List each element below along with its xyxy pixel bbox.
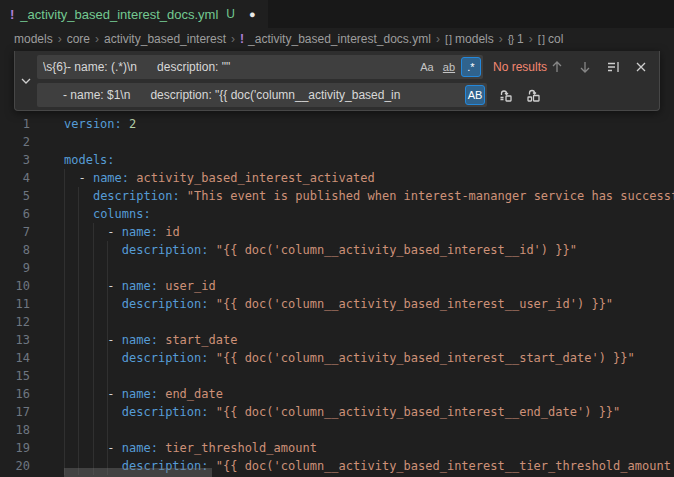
line-number[interactable]: 8	[0, 241, 30, 259]
horizontal-scrollbar-thumb[interactable]	[64, 468, 212, 477]
line-number[interactable]: 4	[0, 169, 30, 187]
find-results-count: No results	[493, 60, 547, 74]
find-in-selection-icon	[606, 60, 620, 74]
line-number[interactable]: 19	[0, 439, 30, 457]
yaml-file-icon: !	[240, 32, 244, 46]
code-line-text: - name: tier_threshold_amount	[64, 441, 317, 455]
find-input[interactable]: \s{6}- name: (.*)\n description: "" Aa a…	[37, 55, 483, 79]
code-line[interactable]: 5 description: "This event is published …	[0, 187, 674, 205]
breadcrumb-label: 1	[517, 32, 524, 46]
editor-code-area[interactable]: 1version: 223models:4 - name: activity_b…	[0, 115, 674, 475]
breadcrumb-item-core[interactable]: core	[67, 32, 90, 46]
code-line-text: - name: end_date	[64, 387, 223, 401]
line-number[interactable]: 1	[0, 115, 30, 133]
regex-toggle[interactable]: .*	[461, 57, 481, 77]
match-case-toggle[interactable]: Aa	[417, 57, 437, 77]
breadcrumb-label: models	[455, 32, 494, 46]
line-number[interactable]: 18	[0, 421, 30, 439]
line-number[interactable]: 11	[0, 295, 30, 313]
code-line[interactable]: 9	[0, 259, 674, 277]
line-number[interactable]: 16	[0, 385, 30, 403]
code-line[interactable]: 8 description: "{{ doc('column__activity…	[0, 241, 674, 259]
breadcrumb-label: _activity_based_interest_docs.yml	[248, 32, 431, 46]
breadcrumb-label: models	[14, 32, 53, 46]
breadcrumb-item-symbol-models[interactable]: [ ] models	[445, 32, 494, 46]
breadcrumb-label: activity_based_interest	[104, 32, 226, 46]
code-line-text: description: "{{ doc('column__activity_b…	[64, 297, 613, 311]
line-number[interactable]: 14	[0, 349, 30, 367]
breadcrumb-label: col	[548, 32, 563, 46]
breadcrumb-item-symbol-columns[interactable]: [ ] col	[538, 32, 564, 46]
breadcrumb-item-symbol-1[interactable]: {} 1	[508, 32, 524, 46]
code-line-text: description: "{{ doc('column__activity_b…	[64, 351, 635, 365]
code-line-text: columns:	[64, 207, 151, 221]
code-line[interactable]: 3models:	[0, 151, 674, 169]
breadcrumb-separator: ›	[529, 32, 533, 46]
code-line[interactable]: 17 description: "{{ doc('column__activit…	[0, 403, 674, 421]
code-line-text: - name: id	[64, 225, 180, 239]
breadcrumb-item-models[interactable]: models	[14, 32, 53, 46]
line-number[interactable]: 13	[0, 331, 30, 349]
code-line[interactable]: 1version: 2	[0, 115, 674, 133]
breadcrumb-separator: ›	[499, 32, 503, 46]
code-line[interactable]: 11 description: "{{ doc('column__activit…	[0, 295, 674, 313]
line-number[interactable]: 9	[0, 259, 30, 277]
code-line[interactable]: 12	[0, 313, 674, 331]
code-line-text: models:	[64, 153, 115, 167]
code-line-text: - name: start_date	[64, 333, 237, 347]
next-match-button[interactable]	[575, 57, 595, 77]
replace-input[interactable]: - name: $1\n description: "{{ doc('colum…	[37, 83, 487, 107]
find-in-selection-button[interactable]	[603, 57, 623, 77]
line-number[interactable]: 12	[0, 313, 30, 331]
find-query-text: \s{6}- name: (.*)\n description: ""	[43, 60, 415, 74]
code-line[interactable]: 7 - name: id	[0, 223, 674, 241]
array-symbol-icon: [ ]	[445, 33, 451, 45]
code-line-text: description: "{{ doc('column__activity_b…	[64, 243, 577, 257]
line-number[interactable]: 5	[0, 187, 30, 205]
line-number[interactable]: 20	[0, 457, 30, 475]
close-icon	[634, 60, 648, 74]
toggle-replace-button[interactable]	[15, 55, 37, 107]
code-line[interactable]: 2	[0, 133, 674, 151]
whole-word-toggle[interactable]: ab	[439, 57, 459, 77]
code-line-text: description: "This event is published wh…	[64, 189, 674, 203]
line-number[interactable]: 6	[0, 205, 30, 223]
breadcrumb-item-activity-based-interest[interactable]: activity_based_interest	[104, 32, 226, 46]
line-number[interactable]: 7	[0, 223, 30, 241]
line-number[interactable]: 3	[0, 151, 30, 169]
previous-match-button[interactable]	[547, 57, 567, 77]
code-line[interactable]: 16 - name: end_date	[0, 385, 674, 403]
array-symbol-icon: [ ]	[538, 33, 544, 45]
close-find-button[interactable]	[631, 57, 651, 77]
code-line-text: description: "{{ doc('column__activity_b…	[64, 405, 620, 419]
breadcrumb-separator: ›	[231, 32, 235, 46]
git-untracked-badge: U	[226, 7, 235, 21]
preserve-case-toggle[interactable]: AB	[465, 85, 485, 105]
tab-filename: _activity_based_interest_docs.yml	[20, 7, 218, 22]
arrow-down-icon	[578, 60, 592, 74]
replace-value-text: - name: $1\n description: "{{ doc('colum…	[43, 88, 463, 102]
breadcrumb-item-file[interactable]: ! _activity_based_interest_docs.yml	[240, 32, 431, 46]
breadcrumb-separator: ›	[95, 32, 99, 46]
line-number[interactable]: 10	[0, 277, 30, 295]
modified-dot-icon[interactable]: ●	[249, 8, 256, 20]
yaml-file-icon: !	[10, 7, 14, 22]
replace-icon	[498, 88, 513, 103]
code-line[interactable]: 10 - name: user_id	[0, 277, 674, 295]
line-number[interactable]: 2	[0, 133, 30, 151]
code-line[interactable]: 4 - name: activity_based_interest_activa…	[0, 169, 674, 187]
replace-all-button[interactable]	[523, 85, 543, 105]
breadcrumb: models › core › activity_based_interest …	[0, 28, 674, 50]
breadcrumb-separator: ›	[58, 32, 62, 46]
code-line[interactable]: 19 - name: tier_threshold_amount	[0, 439, 674, 457]
code-line[interactable]: 15	[0, 367, 674, 385]
line-number[interactable]: 15	[0, 367, 30, 385]
code-line[interactable]: 6 columns:	[0, 205, 674, 223]
code-line[interactable]: 18	[0, 421, 674, 439]
replace-all-icon	[526, 88, 541, 103]
code-line[interactable]: 13 - name: start_date	[0, 331, 674, 349]
replace-button[interactable]	[495, 85, 515, 105]
tab-active-yml-file[interactable]: ! _activity_based_interest_docs.yml U ●	[0, 0, 268, 28]
code-line[interactable]: 14 description: "{{ doc('column__activit…	[0, 349, 674, 367]
line-number[interactable]: 17	[0, 403, 30, 421]
